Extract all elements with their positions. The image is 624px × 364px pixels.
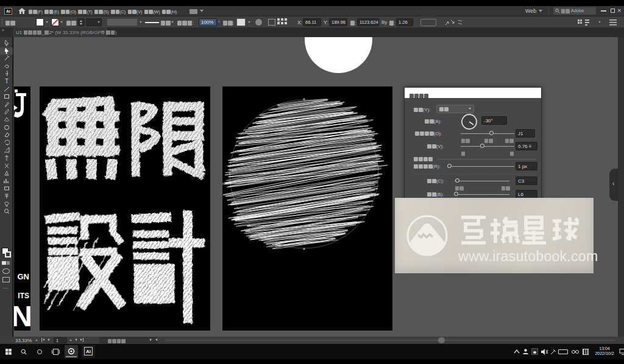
svg-text:T: T bbox=[5, 78, 9, 85]
